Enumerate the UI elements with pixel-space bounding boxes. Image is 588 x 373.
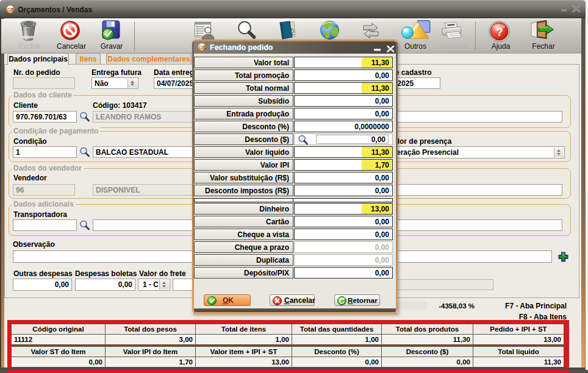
svg-text:?: ?: [496, 26, 503, 38]
